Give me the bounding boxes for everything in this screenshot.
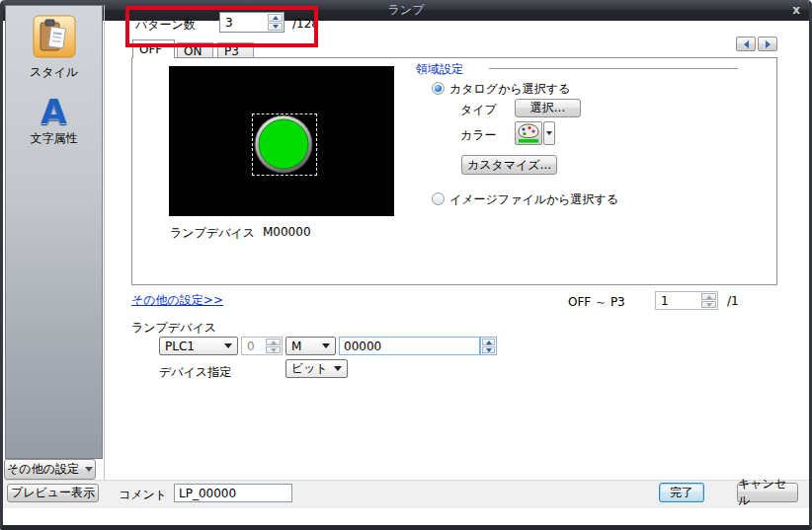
comment-label: コメント	[119, 487, 167, 503]
title-bar[interactable]: ランプ x	[0, 0, 812, 21]
sidebar-item-char-attr[interactable]: A 文字属性	[6, 95, 102, 147]
sidebar: スタイル A 文字属性	[5, 5, 103, 459]
plc-select[interactable]: PLC1	[159, 337, 238, 355]
other-settings-dropdown-label: その他の設定	[7, 461, 79, 478]
plc-select-value: PLC1	[165, 340, 224, 353]
device-type-value: M	[291, 340, 322, 353]
preview-display-button[interactable]: プレビュー表示	[7, 484, 99, 502]
pattern-count-label: パターン数	[135, 17, 196, 34]
spin-down-icon[interactable]	[482, 346, 495, 353]
lamp-preview[interactable]	[169, 66, 394, 216]
spin-down-icon[interactable]	[268, 23, 283, 31]
device-designation-select[interactable]: ビット	[285, 359, 348, 378]
sidebar-item-char-attr-label: 文字属性	[6, 130, 102, 147]
preview-device-label: ランプデバイス	[170, 225, 255, 242]
catalog-radio-label: カタログから選択する	[449, 81, 570, 98]
arrow-right-icon	[766, 40, 771, 48]
range-value: 1	[661, 292, 669, 309]
letter-a-icon: A	[6, 95, 102, 128]
tab-on-label: ON	[184, 44, 202, 58]
close-icon[interactable]: x	[792, 0, 800, 21]
dialog-title: ランプ	[0, 0, 812, 21]
device-address-spinner[interactable]	[480, 337, 497, 355]
ok-button-label: 完了	[670, 485, 693, 501]
device-designation-value: ビット	[291, 360, 334, 377]
port-value: 0	[247, 338, 255, 354]
chevron-down-icon	[546, 131, 552, 135]
other-settings-link[interactable]: その他の設定>>	[131, 292, 223, 309]
customize-button-label: カスタマイズ...	[467, 157, 551, 174]
pattern-count-spinner[interactable]: 3	[219, 12, 284, 33]
palette-icon	[517, 123, 540, 143]
image-file-radio-label: イメージファイルから選択する	[449, 191, 618, 208]
device-type-select[interactable]: M	[285, 337, 336, 355]
spin-down-icon[interactable]	[701, 301, 716, 308]
chevron-down-icon	[334, 366, 342, 371]
sidebar-divider	[104, 5, 105, 480]
customize-button[interactable]: カスタマイズ...	[461, 155, 557, 175]
device-address-input[interactable]	[339, 337, 480, 355]
ok-button[interactable]: 完了	[659, 483, 704, 502]
chevron-down-icon	[85, 467, 93, 472]
image-file-radio[interactable]	[432, 192, 445, 205]
selection-marquee[interactable]	[252, 114, 317, 176]
cancel-button[interactable]: キャンセル	[737, 483, 798, 502]
type-select-button[interactable]: 選択...	[515, 99, 581, 117]
catalog-radio[interactable]	[432, 82, 445, 95]
type-select-button-label: 選択...	[530, 100, 565, 116]
tab-p3-label: P3	[224, 44, 239, 58]
spin-up-icon[interactable]	[266, 339, 281, 345]
tab-off-label: OFF	[139, 42, 162, 56]
sidebar-item-style[interactable]: スタイル	[6, 14, 102, 81]
chevron-down-icon	[224, 343, 232, 348]
comment-input[interactable]	[174, 484, 292, 502]
arrow-left-icon	[744, 40, 749, 48]
spin-down-icon[interactable]	[266, 346, 281, 353]
cancel-button-label: キャンセル	[738, 476, 797, 509]
preview-device-value: M00000	[263, 225, 311, 239]
spin-up-icon[interactable]	[701, 293, 716, 300]
tab-p3[interactable]: P3	[217, 42, 254, 58]
tab-on[interactable]: ON	[177, 42, 213, 58]
sidebar-item-style-label: スタイル	[6, 64, 102, 81]
range-spinner[interactable]: 1	[655, 291, 718, 310]
spin-up-icon[interactable]	[482, 339, 495, 345]
spin-up-icon[interactable]	[268, 14, 283, 22]
lamp-dialog: ランプ x スタイル	[0, 0, 812, 530]
color-label: カラー	[460, 127, 497, 144]
pattern-count-total: /128	[292, 17, 319, 31]
color-dropdown-button[interactable]	[543, 121, 555, 145]
port-spinner[interactable]: 0	[241, 337, 283, 355]
area-settings-rule	[489, 68, 738, 69]
clipboard-icon	[32, 14, 77, 59]
tab-scroll-left-button[interactable]	[736, 37, 756, 51]
color-picker-button[interactable]	[515, 121, 542, 145]
tab-scroll-right-button[interactable]	[758, 37, 777, 51]
other-settings-dropdown-button[interactable]: その他の設定	[4, 459, 96, 480]
area-settings-title: 領域設定	[416, 61, 463, 78]
chevron-down-icon	[322, 343, 330, 348]
tab-off[interactable]: OFF	[132, 39, 175, 58]
range-label: OFF ～ P3	[568, 294, 625, 311]
preview-display-button-label: プレビュー表示	[11, 485, 95, 501]
pattern-count-value: 3	[225, 13, 233, 32]
range-total: /1	[727, 294, 739, 308]
type-label: タイプ	[460, 102, 497, 118]
lamp-device-section-label: ランプデバイス	[131, 320, 216, 337]
device-designation-label: デバイス指定	[159, 364, 231, 381]
